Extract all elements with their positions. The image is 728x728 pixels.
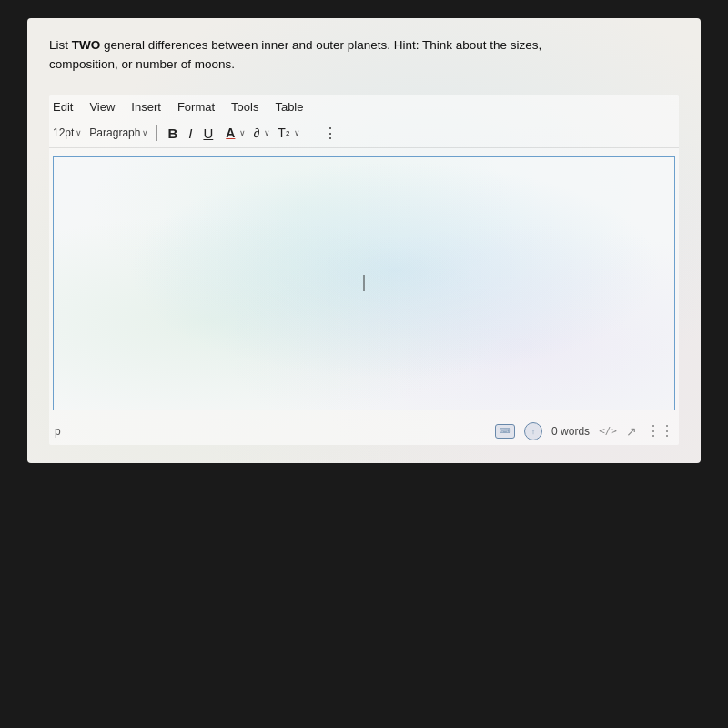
bold-button[interactable]: B	[164, 125, 181, 142]
menu-table[interactable]: Table	[275, 100, 303, 114]
info-icon[interactable]: ↑	[524, 422, 542, 440]
superscript-group: T2 ∨	[274, 125, 300, 141]
font-color-button[interactable]: A	[222, 125, 238, 141]
editor-wrapper: Edit View Insert Format Tools Table 12pt…	[49, 95, 679, 445]
code-button[interactable]: </>	[599, 425, 617, 437]
font-color-chevron: ∨	[239, 128, 246, 137]
keyboard-icon[interactable]: ⌨	[495, 424, 515, 439]
toolbar-divider-1	[156, 125, 157, 141]
font-color-group: A ∨	[222, 125, 246, 141]
question-text: List TWO general differences between inn…	[49, 36, 679, 75]
editor-area[interactable]	[53, 156, 675, 410]
menu-format[interactable]: Format	[177, 100, 215, 114]
font-size-chevron: ∨	[76, 128, 82, 137]
highlight-button[interactable]: ∂	[249, 125, 263, 141]
menu-insert[interactable]: Insert	[131, 100, 161, 114]
status-bar: p ⌨ ↑ 0 words </> ↗ ⋮⋮	[49, 418, 679, 445]
paragraph-chevron: ∨	[142, 128, 148, 137]
expand-button[interactable]: ↗	[626, 424, 637, 439]
text-cursor	[364, 275, 365, 291]
menu-tools[interactable]: Tools	[231, 100, 258, 114]
status-icons: ⌨ ↑ 0 words </> ↗ ⋮⋮	[495, 422, 673, 440]
highlight-chevron: ∨	[264, 128, 270, 137]
menu-edit[interactable]: Edit	[53, 100, 73, 114]
editor-container: List TWO general differences between inn…	[27, 18, 701, 463]
superscript-button[interactable]: T2	[274, 125, 293, 141]
paragraph-indicator: p	[55, 425, 61, 438]
menu-bar: Edit View Insert Format Tools Table	[49, 95, 679, 119]
highlight-group: ∂ ∨	[249, 125, 270, 141]
underline-button[interactable]: U	[199, 125, 217, 142]
italic-button[interactable]: I	[185, 125, 196, 142]
superscript-chevron: ∨	[294, 128, 300, 137]
menu-view[interactable]: View	[89, 100, 115, 114]
grid-dots-button[interactable]: ⋮⋮	[646, 422, 673, 440]
more-options-button[interactable]: ⋮	[319, 124, 341, 143]
word-count: 0 words	[551, 425, 590, 438]
toolbar: 12pt ∨ Paragraph ∨ B I U A ∨ ∂ ∨ T2 ∨	[49, 119, 679, 148]
paragraph-selector[interactable]: Paragraph ∨	[89, 126, 148, 139]
toolbar-divider-2	[308, 125, 308, 141]
font-size-selector[interactable]: 12pt ∨	[53, 126, 82, 139]
